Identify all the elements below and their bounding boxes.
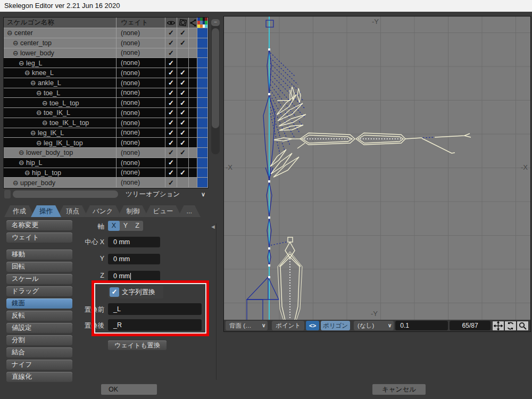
share-check-cell[interactable]: [189, 108, 197, 118]
tab-...[interactable]: ...: [178, 205, 200, 217]
instance-check-cell[interactable]: ✓: [177, 88, 189, 98]
bone-weight-cell[interactable]: (none): [117, 28, 165, 38]
share-check-cell[interactable]: [189, 138, 197, 148]
instance-check-cell[interactable]: ✓: [177, 148, 189, 158]
cancel-button[interactable]: キャンセル: [372, 384, 426, 395]
bone-weight-cell[interactable]: (none): [117, 178, 165, 188]
tab-バンク[interactable]: バンク: [84, 205, 121, 217]
share-check-cell[interactable]: [189, 118, 197, 128]
instance-check-cell[interactable]: [177, 158, 189, 168]
bone-color-swatch[interactable]: [197, 98, 208, 108]
center-field-input[interactable]: 0 mm: [108, 254, 160, 264]
bone-name-cell[interactable]: ⊖ knee_L: [4, 68, 117, 78]
ok-button[interactable]: OK: [101, 384, 157, 395]
bone-list-scrollbar[interactable]: –: [211, 19, 220, 154]
bone-weight-cell[interactable]: (none): [117, 138, 165, 148]
bone-color-swatch[interactable]: [197, 148, 208, 158]
bone-color-swatch[interactable]: [197, 128, 208, 138]
bone-row[interactable]: ⊖ leg_IK_L_top(none)✓✓: [4, 138, 208, 148]
bone-color-swatch[interactable]: [197, 158, 208, 168]
bone-weight-cell[interactable]: (none): [117, 38, 165, 48]
instance-check-cell[interactable]: ✓: [177, 28, 189, 38]
bone-name-cell[interactable]: ⊖ center: [4, 28, 117, 38]
bone-row[interactable]: ⊖ hip_L_top(none)✓✓: [4, 168, 208, 178]
visibility-check-cell[interactable]: ✓: [165, 178, 177, 188]
scrollbar-thumb[interactable]: [212, 28, 219, 128]
axis-option-Y[interactable]: Y: [120, 221, 131, 231]
share-check-cell[interactable]: [189, 158, 197, 168]
bone-weight-cell[interactable]: (none): [117, 118, 165, 128]
bone-name-cell[interactable]: ⊖ toe_L_top: [4, 98, 117, 108]
bone-weight-cell[interactable]: (none): [117, 148, 165, 158]
bone-row[interactable]: ⊖ toe_L_top(none)✓✓: [4, 98, 208, 108]
panel-collapse-arrow-icon[interactable]: ◄: [210, 223, 216, 230]
bone-weight-cell[interactable]: (none): [117, 128, 165, 138]
bone-row[interactable]: ⊖ toe_IK_L(none)✓✓: [4, 108, 208, 118]
palette-icon[interactable]: [197, 18, 208, 28]
tool-button-直線化[interactable]: 直線化: [6, 372, 72, 382]
share-check-cell[interactable]: [189, 178, 197, 188]
bone-row[interactable]: ⊖ leg_L(none)✓: [4, 58, 208, 68]
tool-button-値設定[interactable]: 値設定: [6, 323, 72, 333]
bone-row[interactable]: ⊖ lower_body_top(none)✓✓: [4, 148, 208, 158]
bone-row[interactable]: ⊖ toe_IK_L_top(none)✓✓: [4, 118, 208, 128]
viewport-grid[interactable]: -Y -X -X -Y: [224, 16, 530, 320]
tool-button-ドラッグ[interactable]: ドラッグ: [6, 286, 72, 296]
bone-color-swatch[interactable]: [197, 78, 208, 88]
instance-check-cell[interactable]: ✓: [177, 128, 189, 138]
zoom-icon[interactable]: [517, 321, 529, 331]
tab-作成[interactable]: 作成: [4, 205, 35, 217]
bone-row[interactable]: ⊖ leg_IK_L(none)✓✓: [4, 128, 208, 138]
bone-color-swatch[interactable]: [197, 68, 208, 78]
column-header-weight[interactable]: ウェイト: [117, 18, 165, 28]
hscroll-button[interactable]: [4, 190, 11, 198]
bone-row[interactable]: ⊖ lower_body(none)✓: [4, 48, 208, 59]
bone-weight-cell[interactable]: (none): [117, 168, 165, 178]
bone-name-cell[interactable]: ⊖ upper_body: [4, 178, 117, 188]
visibility-check-cell[interactable]: ✓: [165, 28, 177, 38]
bone-name-cell[interactable]: ⊖ leg_IK_L_top: [4, 138, 117, 148]
share-check-cell[interactable]: [189, 58, 197, 68]
instance-check-cell[interactable]: ✓: [177, 68, 189, 78]
bone-color-swatch[interactable]: [197, 118, 208, 128]
bone-name-cell[interactable]: ⊖ hip_L_top: [4, 168, 117, 178]
visibility-check-cell[interactable]: ✓: [165, 148, 177, 158]
share-check-cell[interactable]: [189, 28, 197, 38]
swap-mode-button[interactable]: <>: [306, 321, 319, 330]
bone-row[interactable]: ⊖ upper_body(none)✓: [4, 178, 208, 188]
rotate-icon[interactable]: [504, 321, 517, 331]
replace-weights-button[interactable]: ウェイトも置換: [108, 340, 167, 350]
bone-weight-cell[interactable]: (none): [117, 98, 165, 108]
bone-row[interactable]: ⊖ toe_L(none)✓✓: [4, 88, 208, 98]
bone-row[interactable]: ⊖ center_top(none)✓✓: [4, 38, 208, 48]
viewport[interactable]: -Y -X -X -Y: [223, 16, 531, 332]
visibility-check-cell[interactable]: ✓: [165, 48, 177, 59]
visibility-check-cell[interactable]: ✓: [165, 108, 177, 118]
instance-check-cell[interactable]: ✓: [177, 138, 189, 148]
share-check-cell[interactable]: [189, 48, 197, 59]
center-field-input[interactable]: 0 mm: [108, 237, 160, 247]
axis-option-Z[interactable]: Z: [131, 221, 143, 231]
tool-button-移動[interactable]: 移動: [6, 250, 72, 260]
bone-name-cell[interactable]: ⊖ toe_L: [4, 88, 117, 98]
column-header-name[interactable]: スケルゴン名称: [4, 18, 117, 28]
checkbox-checked-icon[interactable]: ✓: [110, 287, 119, 297]
hscroll-thumb[interactable]: [13, 190, 118, 198]
tool-button-鏡面[interactable]: 鏡面: [6, 298, 72, 309]
bone-row[interactable]: ⊖ ankle_L(none)✓✓: [4, 78, 208, 88]
bone-color-swatch[interactable]: [197, 58, 208, 68]
instance-check-cell[interactable]: [177, 178, 189, 188]
visibility-check-cell[interactable]: ✓: [165, 138, 177, 148]
pan-icon[interactable]: [492, 321, 504, 331]
bone-row[interactable]: ⊖ knee_L(none)✓✓: [4, 68, 208, 78]
view-selector-dropdown[interactable]: 背面 (… ∨: [226, 321, 268, 330]
bone-weight-cell[interactable]: (none): [117, 58, 165, 68]
bone-weight-cell[interactable]: (none): [117, 68, 165, 78]
bone-name-cell[interactable]: ⊖ lower_body_top: [4, 148, 117, 158]
share-check-cell[interactable]: [189, 128, 197, 138]
point-mode-button[interactable]: ポイント: [272, 321, 304, 330]
visibility-check-cell[interactable]: ✓: [165, 168, 177, 178]
tool-button-ナイフ[interactable]: ナイフ: [6, 360, 72, 370]
axis-option-X[interactable]: X: [108, 221, 120, 231]
share-check-cell[interactable]: [189, 88, 197, 98]
